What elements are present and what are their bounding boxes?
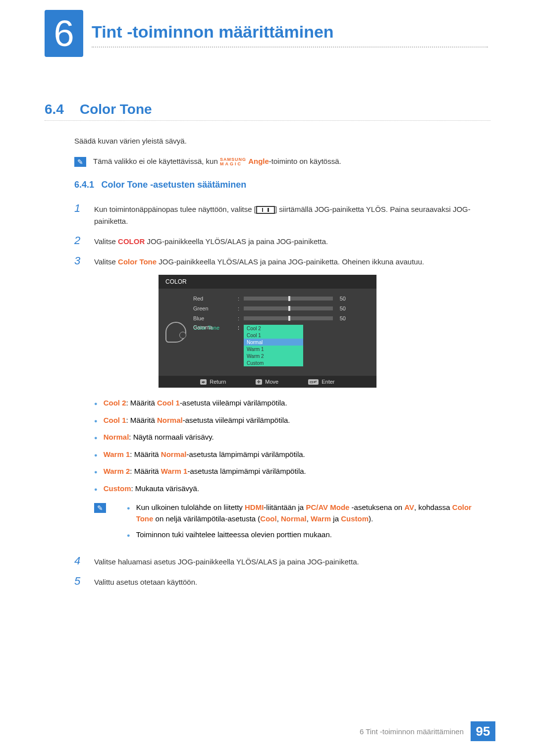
page-number: 95 — [471, 721, 495, 741]
samsung-magic-brand: SAMSUNG MAGIC — [220, 157, 246, 165]
subsection-heading: 6.4.1 Color Tone -asetusten säätäminen — [74, 180, 490, 190]
osd-slider-green — [244, 306, 333, 310]
osd-row-green: Green : 50 — [193, 303, 376, 313]
section-number: 6.4 — [45, 101, 64, 117]
step-5: 5 Valittu asetus otetaan käyttöön. — [74, 575, 490, 588]
osd-move: ✢Move — [256, 379, 278, 385]
bullet-cool1: ●Cool 1: Määritä Normal-asetusta viileäm… — [94, 415, 490, 426]
footer-breadcrumb: 6 Tint -toiminnon määrittäminen — [360, 727, 464, 736]
osd-opt-cool1: Cool 1 — [244, 332, 303, 339]
osd-opt-cool2: Cool 2 — [244, 325, 303, 332]
osd-enter: ▭↵Enter — [308, 379, 334, 385]
osd-opt-normal: Normal — [244, 339, 303, 346]
subsection-number: 6.4.1 — [74, 180, 94, 190]
osd-menu: COLOR Red : 50 Green : 5 — [159, 275, 376, 388]
intro-paragraph: Säädä kuvan värien yleistä sävyä. — [74, 136, 490, 147]
subsection-title: Color Tone -asetusten säätäminen — [102, 180, 247, 190]
subnote-line-1: ● Kun ulkoinen tulolähde on liitetty HDM… — [113, 502, 490, 524]
note-icon: ✎ — [74, 157, 86, 167]
note-icon: ✎ — [94, 503, 106, 513]
colortone-term: Color Tone — [118, 257, 157, 266]
menu-icon — [256, 206, 275, 214]
bullet-warm1: ●Warm 1: Määritä Normal-asetusta lämpimä… — [94, 449, 490, 460]
sub-note: ✎ ● Kun ulkoinen tulolähde on liitetty H… — [94, 502, 490, 546]
step-list: 1 Kun toimintonäppäinopas tulee näyttöön… — [74, 202, 490, 268]
option-descriptions: ●Cool 2: Määritä Cool 1-asetusta viileäm… — [94, 398, 490, 494]
osd-row-blue: Blue : 50 — [193, 313, 376, 323]
step-list-continued: 4 Valitse haluamasi asetus JOG-painikkee… — [74, 554, 490, 588]
osd-opt-warm2: Warm 2 — [244, 353, 303, 359]
osd-slider-blue — [244, 316, 333, 320]
osd-icon-column — [159, 289, 193, 376]
osd-opt-custom: Custom — [244, 359, 303, 366]
note-block: ✎ Tämä valikko ei ole käytettävissä, kun… — [74, 156, 490, 167]
angle-term: Angle — [248, 157, 269, 165]
step-2: 2 Valitse COLOR JOG-painikkeella YLÖS/AL… — [74, 234, 490, 248]
color-term: COLOR — [118, 237, 145, 246]
osd-footer: ◂▪Return ✢Move ▭↵Enter — [159, 376, 376, 388]
subnote-line-2: ●Toiminnon tuki vaihtelee laitteessa ole… — [113, 529, 490, 541]
bullet-custom: ●Custom: Mukauta värisävyä. — [94, 483, 490, 495]
step-1: 1 Kun toimintonäppäinopas tulee näyttöön… — [74, 202, 490, 227]
chapter-title-wrap: Tint -toiminnon määrittäminen — [92, 22, 488, 48]
osd-row-red: Red : 50 — [193, 294, 376, 303]
chapter-number-badge: 6 — [45, 10, 83, 57]
osd-opt-warm1: Warm 1 — [244, 346, 303, 353]
step-4: 4 Valitse haluamasi asetus JOG-painikkee… — [74, 554, 490, 568]
osd-title: COLOR — [159, 275, 376, 289]
osd-slider-red — [244, 297, 333, 301]
chapter-title: Tint -toiminnon määrittäminen — [92, 22, 488, 42]
palette-icon — [165, 322, 186, 343]
section-title: Color Tone — [80, 101, 152, 117]
page-footer: 6 Tint -toiminnon määrittäminen 95 — [360, 721, 495, 741]
bullet-cool2: ●Cool 2: Määritä Cool 1-asetusta viileäm… — [94, 398, 490, 409]
osd-return: ◂▪Return — [200, 379, 226, 385]
bullet-normal: ●Normal: Näytä normaali värisävy. — [94, 432, 490, 443]
note-text: Tämä valikko ei ole käytettävissä, kun S… — [93, 156, 341, 167]
section-heading: 6.4 Color Tone — [45, 101, 490, 121]
osd-colortone-options: Cool 2 Cool 1 Normal Warm 1 Warm 2 Custo… — [244, 325, 303, 366]
bullet-warm2: ●Warm 2: Määritä Warm 1-asetusta lämpimä… — [94, 466, 490, 477]
step-3: 3 Valitse Color Tone JOG-painikkeella YL… — [74, 254, 490, 268]
